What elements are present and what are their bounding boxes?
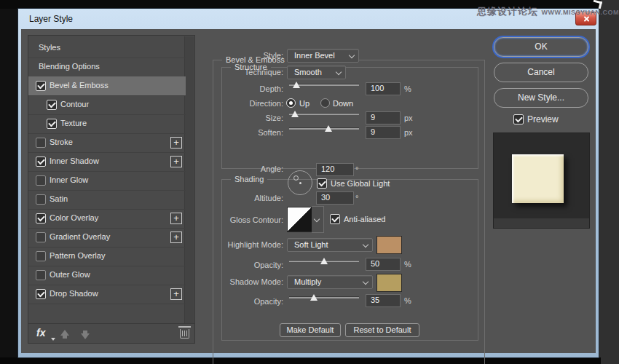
sidebar-item-satin[interactable]: Satin [28, 190, 186, 210]
delete-effect-icon[interactable] [180, 329, 189, 339]
sidebar-item-outer-glow[interactable]: Outer Glow [28, 266, 186, 285]
sidebar-item-blending-options[interactable]: Blending Options [28, 58, 186, 77]
effects-list: fx StylesBlending OptionsBevel & EmbossC… [28, 35, 195, 344]
effect-checkbox[interactable] [36, 232, 46, 242]
fx-menu-button[interactable]: fx [36, 327, 45, 339]
sidebar-item-styles[interactable]: Styles [28, 39, 186, 58]
shadow-mode-dropdown[interactable]: Multiply [287, 275, 373, 289]
slider-thumb[interactable] [325, 125, 332, 132]
altitude-input[interactable]: 30 [316, 191, 354, 205]
size-unit: px [404, 114, 413, 122]
size-input[interactable]: 9 [366, 111, 401, 124]
highlight-mode-dropdown[interactable]: Soft Light [287, 238, 373, 252]
move-effect-up-icon[interactable] [60, 330, 69, 336]
use-global-light-checkbox[interactable] [317, 178, 327, 189]
sidebar-item-inner-shadow[interactable]: Inner Shadow+ [28, 152, 186, 172]
highlight-color-swatch[interactable] [376, 236, 402, 254]
dialog-body: fx StylesBlending OptionsBevel & EmbossC… [21, 29, 596, 353]
anti-aliased-label: Anti-aliased [344, 215, 385, 223]
soften-input[interactable]: 9 [366, 126, 401, 139]
chevron-down-icon [314, 216, 320, 222]
soften-slider[interactable] [289, 124, 359, 134]
add-effect-icon[interactable]: + [170, 213, 182, 224]
gloss-contour-dropdown[interactable] [312, 206, 324, 233]
sidebar-item-gradient-overlay[interactable]: Gradient Overlay+ [28, 228, 186, 248]
angle-dial[interactable] [288, 170, 312, 195]
sidebar-item-bevel-emboss[interactable]: Bevel & Emboss [28, 76, 186, 96]
size-label: Size: [216, 114, 283, 122]
make-default-button[interactable]: Make Default [280, 323, 341, 337]
shadow-opacity-slider[interactable] [289, 293, 359, 303]
preview-style-chip [512, 154, 564, 203]
reset-to-default-button[interactable]: Reset to Default [345, 323, 419, 337]
slider-thumb[interactable] [310, 294, 318, 301]
opacity2-unit: % [404, 296, 411, 305]
add-effect-icon[interactable]: + [170, 137, 182, 149]
effect-checkbox[interactable] [36, 157, 46, 167]
effect-checkbox[interactable] [47, 119, 57, 129]
highlight-opacity-input[interactable]: 50 [366, 258, 401, 271]
highlight-mode-value: Soft Light [294, 240, 328, 249]
direction-up-label: Up [299, 99, 310, 108]
sidebar-item-color-overlay[interactable]: Color Overlay+ [28, 209, 186, 229]
highlight-mode-label: Highlight Mode: [216, 240, 283, 249]
preview-checkbox[interactable] [513, 114, 524, 124]
ok-button[interactable]: OK [494, 37, 588, 57]
style-dropdown[interactable]: Inner Bevel [287, 49, 359, 63]
sidebar-item-stroke[interactable]: Stroke+ [28, 133, 186, 153]
soften-label: Soften: [216, 128, 283, 137]
sidebar-item-label: Pattern Overlay [50, 251, 105, 260]
desktop-strip-right [601, 0, 619, 364]
sidebar-item-label: Color Overlay [50, 213, 98, 222]
sidebar-item-drop-shadow[interactable]: Drop Shadow+ [28, 285, 186, 304]
angle-input[interactable]: 120 [316, 163, 354, 176]
effect-checkbox[interactable] [36, 213, 46, 223]
direction-up-radio[interactable] [286, 98, 296, 108]
new-style-button[interactable]: New Style... [494, 88, 588, 108]
size-slider[interactable] [289, 109, 359, 119]
sidebar-item-label: Bevel & Emboss [50, 81, 109, 90]
add-effect-icon[interactable]: + [170, 156, 182, 167]
opacity1-unit: % [404, 260, 411, 269]
sidebar-item-contour[interactable]: Contour [28, 95, 186, 115]
desktop-strip-left [0, 9, 18, 357]
slider-thumb[interactable] [320, 258, 328, 264]
dial-center-dot [299, 182, 301, 184]
sidebar-item-inner-glow[interactable]: Inner Glow [28, 171, 186, 191]
chevron-down-icon [363, 242, 368, 248]
cancel-button[interactable]: Cancel [494, 63, 588, 82]
depth-input[interactable]: 100 [366, 82, 401, 95]
direction-down-radio[interactable] [320, 98, 330, 108]
add-effect-icon[interactable]: + [170, 232, 182, 243]
effect-checkbox[interactable] [36, 138, 46, 148]
technique-value: Smooth [294, 68, 322, 76]
effect-checkbox[interactable] [36, 270, 46, 280]
effect-checkbox[interactable] [47, 100, 57, 110]
effect-checkbox[interactable] [36, 81, 46, 91]
technique-label: Technique: [216, 68, 283, 76]
watermark-en: WWW.MISSYUAN.COM [541, 9, 619, 16]
effect-checkbox[interactable] [36, 194, 46, 205]
sidebar-item-pattern-overlay[interactable]: Pattern Overlay [28, 247, 186, 266]
slider-thumb[interactable] [293, 82, 300, 88]
depth-slider[interactable] [289, 80, 359, 90]
sidebar-item-label: Outer Glow [50, 270, 90, 279]
move-effect-down-icon[interactable] [81, 333, 90, 339]
add-effect-icon[interactable]: + [170, 288, 182, 300]
effect-checkbox[interactable] [36, 251, 46, 261]
chevron-down-icon [336, 69, 342, 75]
dial-angle-marker [293, 175, 299, 181]
sidebar-item-label: Inner Shadow [50, 157, 99, 165]
technique-dropdown[interactable]: Smooth [287, 66, 346, 79]
gloss-contour-thumbnail[interactable] [287, 207, 312, 232]
shadow-color-swatch[interactable] [376, 274, 402, 292]
anti-aliased-checkbox[interactable] [330, 214, 340, 224]
sidebar-item-label: Drop Shadow [50, 289, 98, 298]
dialog-title: Layer Style [29, 14, 73, 24]
effect-checkbox[interactable] [36, 289, 46, 299]
sidebar-item-texture[interactable]: Texture [28, 114, 186, 134]
shadow-opacity-input[interactable]: 35 [366, 294, 401, 307]
effect-checkbox[interactable] [36, 175, 46, 186]
slider-thumb[interactable] [291, 111, 299, 117]
highlight-opacity-slider[interactable] [289, 256, 359, 266]
